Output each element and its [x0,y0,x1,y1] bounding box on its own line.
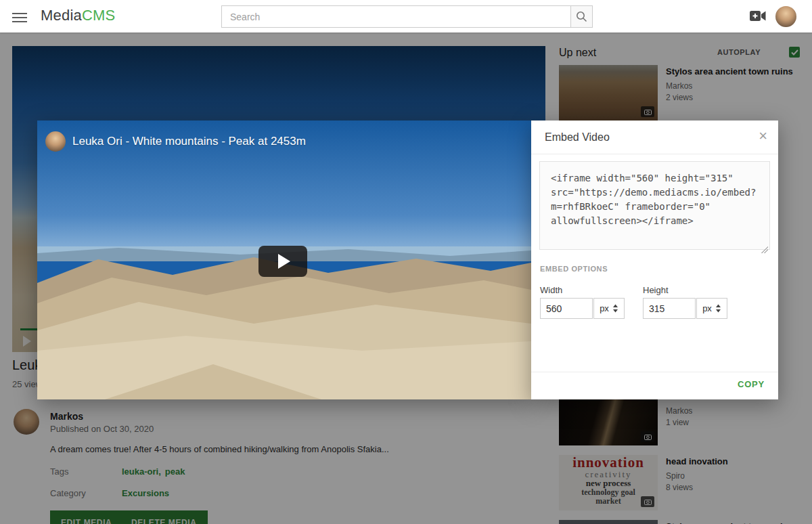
play-button[interactable] [258,246,307,277]
width-unit-select[interactable]: px [593,298,625,319]
site-logo[interactable]: MediaCMS [41,7,115,24]
logo-text-cms: CMS [82,7,116,24]
width-input[interactable] [540,298,593,319]
search-form [221,5,593,28]
top-navbar: MediaCMS [0,0,812,32]
mediacms-page: Leuka Ori - White mountains - Peak at 24… [0,0,812,524]
play-icon [278,254,290,269]
search-input[interactable] [221,5,570,28]
embed-options-label: EMBED OPTIONS [540,265,608,273]
close-icon[interactable]: × [759,129,767,144]
height-unit-value: px [702,303,712,313]
modal-divider [531,154,778,154]
upload-video-icon[interactable] [750,10,766,24]
uploader-avatar[interactable] [45,131,66,152]
height-label: Height [643,285,669,295]
height-unit-select[interactable]: px [696,298,727,319]
search-button[interactable] [570,5,593,28]
modal-title: Embed Video [545,131,610,144]
menu-icon[interactable] [12,10,27,22]
width-label: Width [540,285,562,295]
video-lightbox[interactable]: Leuka Ori - White mountains - Peak at 24… [37,121,531,399]
height-input[interactable] [643,298,696,319]
user-avatar[interactable] [775,6,796,27]
resize-handle[interactable] [761,246,768,253]
stepper-arrows-icon [612,304,618,313]
logo-text-media: Media [41,7,82,24]
copy-button[interactable]: COPY [738,379,765,389]
width-unit-value: px [600,303,609,313]
search-icon [576,11,587,22]
embed-code-textarea[interactable]: <iframe width="560" height="315" src="ht… [539,161,770,250]
embed-video-modal: Embed Video × <iframe width="560" height… [531,121,778,399]
modal-divider [531,372,778,372]
stepper-arrows-icon [715,304,721,313]
lightbox-video-title: Leuka Ori - White mountains - Peak at 24… [72,135,306,148]
lightbox-title-row: Leuka Ori - White mountains - Peak at 24… [45,131,306,152]
